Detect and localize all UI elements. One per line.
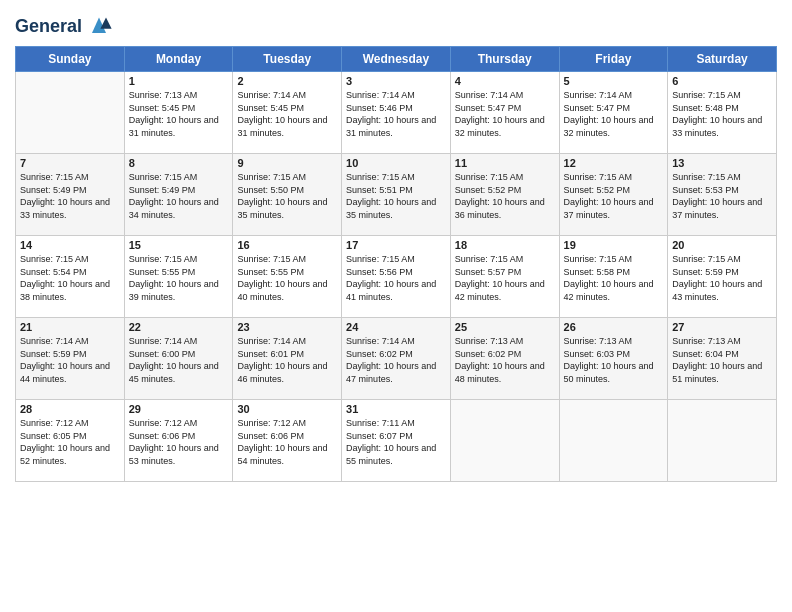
day-info: Sunrise: 7:15 AMSunset: 5:58 PMDaylight:… xyxy=(564,253,664,303)
logo-text: General xyxy=(15,17,82,37)
day-info: Sunrise: 7:15 AMSunset: 5:50 PMDaylight:… xyxy=(237,171,337,221)
calendar-cell: 17Sunrise: 7:15 AMSunset: 5:56 PMDayligh… xyxy=(342,236,451,318)
day-number: 7 xyxy=(20,157,120,169)
calendar-cell: 28Sunrise: 7:12 AMSunset: 6:05 PMDayligh… xyxy=(16,400,125,482)
day-info: Sunrise: 7:15 AMSunset: 5:57 PMDaylight:… xyxy=(455,253,555,303)
svg-marker-1 xyxy=(100,18,111,29)
calendar-header-row: SundayMondayTuesdayWednesdayThursdayFrid… xyxy=(16,47,777,72)
day-info: Sunrise: 7:15 AMSunset: 5:55 PMDaylight:… xyxy=(237,253,337,303)
calendar-cell: 26Sunrise: 7:13 AMSunset: 6:03 PMDayligh… xyxy=(559,318,668,400)
calendar-cell: 25Sunrise: 7:13 AMSunset: 6:02 PMDayligh… xyxy=(450,318,559,400)
day-number: 18 xyxy=(455,239,555,251)
calendar-cell: 22Sunrise: 7:14 AMSunset: 6:00 PMDayligh… xyxy=(124,318,233,400)
calendar-cell xyxy=(16,72,125,154)
calendar-cell: 15Sunrise: 7:15 AMSunset: 5:55 PMDayligh… xyxy=(124,236,233,318)
calendar-cell: 20Sunrise: 7:15 AMSunset: 5:59 PMDayligh… xyxy=(668,236,777,318)
day-number: 25 xyxy=(455,321,555,333)
day-number: 14 xyxy=(20,239,120,251)
day-number: 17 xyxy=(346,239,446,251)
day-number: 22 xyxy=(129,321,229,333)
calendar-cell: 1Sunrise: 7:13 AMSunset: 5:45 PMDaylight… xyxy=(124,72,233,154)
day-number: 31 xyxy=(346,403,446,415)
day-number: 23 xyxy=(237,321,337,333)
day-number: 5 xyxy=(564,75,664,87)
calendar-cell: 19Sunrise: 7:15 AMSunset: 5:58 PMDayligh… xyxy=(559,236,668,318)
day-number: 11 xyxy=(455,157,555,169)
calendar-week-row: 14Sunrise: 7:15 AMSunset: 5:54 PMDayligh… xyxy=(16,236,777,318)
logo: General xyxy=(15,14,113,40)
calendar-cell: 14Sunrise: 7:15 AMSunset: 5:54 PMDayligh… xyxy=(16,236,125,318)
calendar-container: General SundayMondayTuesdayWednesdayThur… xyxy=(0,0,792,612)
calendar-cell: 16Sunrise: 7:15 AMSunset: 5:55 PMDayligh… xyxy=(233,236,342,318)
day-number: 28 xyxy=(20,403,120,415)
day-number: 16 xyxy=(237,239,337,251)
day-info: Sunrise: 7:15 AMSunset: 5:52 PMDaylight:… xyxy=(455,171,555,221)
day-info: Sunrise: 7:14 AMSunset: 6:00 PMDaylight:… xyxy=(129,335,229,385)
day-number: 26 xyxy=(564,321,664,333)
day-info: Sunrise: 7:15 AMSunset: 5:56 PMDaylight:… xyxy=(346,253,446,303)
day-number: 6 xyxy=(672,75,772,87)
day-info: Sunrise: 7:15 AMSunset: 5:49 PMDaylight:… xyxy=(129,171,229,221)
day-info: Sunrise: 7:14 AMSunset: 6:01 PMDaylight:… xyxy=(237,335,337,385)
day-number: 27 xyxy=(672,321,772,333)
weekday-header: Tuesday xyxy=(233,47,342,72)
day-number: 21 xyxy=(20,321,120,333)
day-info: Sunrise: 7:15 AMSunset: 5:53 PMDaylight:… xyxy=(672,171,772,221)
weekday-header: Saturday xyxy=(668,47,777,72)
day-number: 3 xyxy=(346,75,446,87)
weekday-header: Sunday xyxy=(16,47,125,72)
calendar-cell: 29Sunrise: 7:12 AMSunset: 6:06 PMDayligh… xyxy=(124,400,233,482)
weekday-header: Friday xyxy=(559,47,668,72)
calendar-cell: 27Sunrise: 7:13 AMSunset: 6:04 PMDayligh… xyxy=(668,318,777,400)
calendar-cell: 7Sunrise: 7:15 AMSunset: 5:49 PMDaylight… xyxy=(16,154,125,236)
day-number: 9 xyxy=(237,157,337,169)
weekday-header: Wednesday xyxy=(342,47,451,72)
calendar-cell xyxy=(668,400,777,482)
day-number: 12 xyxy=(564,157,664,169)
calendar-cell: 18Sunrise: 7:15 AMSunset: 5:57 PMDayligh… xyxy=(450,236,559,318)
day-info: Sunrise: 7:14 AMSunset: 6:02 PMDaylight:… xyxy=(346,335,446,385)
calendar-cell: 31Sunrise: 7:11 AMSunset: 6:07 PMDayligh… xyxy=(342,400,451,482)
day-number: 13 xyxy=(672,157,772,169)
weekday-header: Thursday xyxy=(450,47,559,72)
calendar-week-row: 28Sunrise: 7:12 AMSunset: 6:05 PMDayligh… xyxy=(16,400,777,482)
calendar-week-row: 7Sunrise: 7:15 AMSunset: 5:49 PMDaylight… xyxy=(16,154,777,236)
day-number: 30 xyxy=(237,403,337,415)
calendar-cell: 12Sunrise: 7:15 AMSunset: 5:52 PMDayligh… xyxy=(559,154,668,236)
day-number: 4 xyxy=(455,75,555,87)
day-info: Sunrise: 7:15 AMSunset: 5:54 PMDaylight:… xyxy=(20,253,120,303)
day-number: 2 xyxy=(237,75,337,87)
calendar-cell: 6Sunrise: 7:15 AMSunset: 5:48 PMDaylight… xyxy=(668,72,777,154)
day-info: Sunrise: 7:15 AMSunset: 5:55 PMDaylight:… xyxy=(129,253,229,303)
calendar-cell: 13Sunrise: 7:15 AMSunset: 5:53 PMDayligh… xyxy=(668,154,777,236)
day-info: Sunrise: 7:15 AMSunset: 5:49 PMDaylight:… xyxy=(20,171,120,221)
day-number: 29 xyxy=(129,403,229,415)
day-info: Sunrise: 7:15 AMSunset: 5:51 PMDaylight:… xyxy=(346,171,446,221)
day-info: Sunrise: 7:12 AMSunset: 6:06 PMDaylight:… xyxy=(237,417,337,467)
day-number: 15 xyxy=(129,239,229,251)
day-number: 24 xyxy=(346,321,446,333)
header-area: General xyxy=(15,10,777,40)
calendar-cell: 3Sunrise: 7:14 AMSunset: 5:46 PMDaylight… xyxy=(342,72,451,154)
calendar-week-row: 1Sunrise: 7:13 AMSunset: 5:45 PMDaylight… xyxy=(16,72,777,154)
calendar-week-row: 21Sunrise: 7:14 AMSunset: 5:59 PMDayligh… xyxy=(16,318,777,400)
calendar-cell: 30Sunrise: 7:12 AMSunset: 6:06 PMDayligh… xyxy=(233,400,342,482)
day-number: 20 xyxy=(672,239,772,251)
day-info: Sunrise: 7:13 AMSunset: 6:04 PMDaylight:… xyxy=(672,335,772,385)
calendar-cell: 21Sunrise: 7:14 AMSunset: 5:59 PMDayligh… xyxy=(16,318,125,400)
day-info: Sunrise: 7:12 AMSunset: 6:06 PMDaylight:… xyxy=(129,417,229,467)
day-info: Sunrise: 7:14 AMSunset: 5:45 PMDaylight:… xyxy=(237,89,337,139)
day-number: 19 xyxy=(564,239,664,251)
calendar-cell: 2Sunrise: 7:14 AMSunset: 5:45 PMDaylight… xyxy=(233,72,342,154)
day-info: Sunrise: 7:13 AMSunset: 6:03 PMDaylight:… xyxy=(564,335,664,385)
calendar-cell: 4Sunrise: 7:14 AMSunset: 5:47 PMDaylight… xyxy=(450,72,559,154)
calendar-table: SundayMondayTuesdayWednesdayThursdayFrid… xyxy=(15,46,777,482)
day-info: Sunrise: 7:12 AMSunset: 6:05 PMDaylight:… xyxy=(20,417,120,467)
day-info: Sunrise: 7:11 AMSunset: 6:07 PMDaylight:… xyxy=(346,417,446,467)
calendar-cell xyxy=(559,400,668,482)
day-number: 10 xyxy=(346,157,446,169)
day-info: Sunrise: 7:13 AMSunset: 5:45 PMDaylight:… xyxy=(129,89,229,139)
calendar-cell: 5Sunrise: 7:14 AMSunset: 5:47 PMDaylight… xyxy=(559,72,668,154)
calendar-cell: 10Sunrise: 7:15 AMSunset: 5:51 PMDayligh… xyxy=(342,154,451,236)
day-number: 8 xyxy=(129,157,229,169)
